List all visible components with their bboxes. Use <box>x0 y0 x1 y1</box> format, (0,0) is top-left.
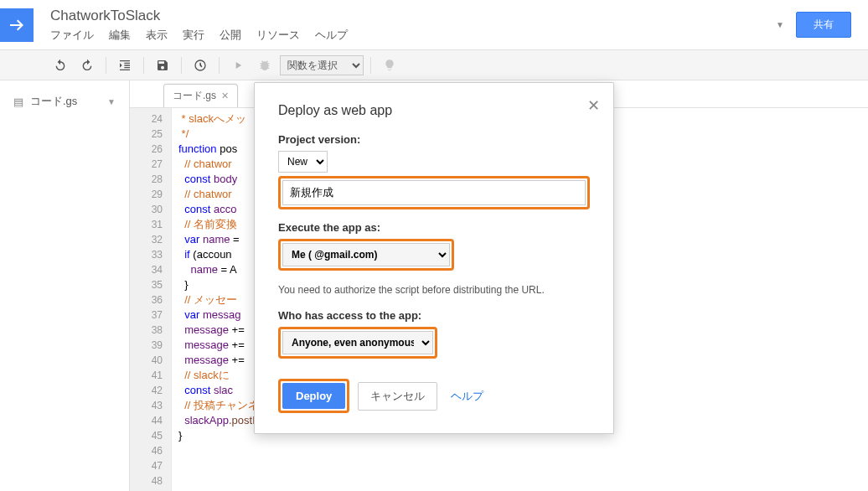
version-label: Project version: <box>278 133 590 146</box>
execute-as-field: Execute the app as: Me ( @gmail.com) You… <box>278 221 590 296</box>
version-select[interactable]: New <box>278 151 328 173</box>
highlight-execute-as: Me ( @gmail.com) <box>278 239 454 271</box>
execute-as-label: Execute the app as: <box>278 221 590 234</box>
access-select[interactable]: Anyone, even anonymous <box>282 331 433 354</box>
modal-close-button[interactable]: ✕ <box>587 96 600 115</box>
modal-backdrop: ✕ Deploy as web app Project version: New… <box>0 0 868 491</box>
modal-title: Deploy as web app <box>278 103 590 118</box>
deploy-modal: ✕ Deploy as web app Project version: New… <box>254 82 614 434</box>
execute-as-select[interactable]: Me ( @gmail.com) <box>282 243 450 266</box>
highlight-access: Anyone, even anonymous <box>278 327 437 359</box>
access-label: Who has access to the app: <box>278 309 590 322</box>
version-field: Project version: New <box>278 133 590 209</box>
auth-note: You need to authorize the script before … <box>278 284 590 296</box>
version-description-input[interactable] <box>282 180 586 205</box>
highlight-version-desc <box>278 176 590 209</box>
highlight-deploy: Deploy <box>278 379 349 413</box>
help-link[interactable]: ヘルプ <box>451 389 483 404</box>
access-field: Who has access to the app: Anyone, even … <box>278 309 590 367</box>
modal-buttons: Deploy キャンセル ヘルプ <box>278 379 590 413</box>
deploy-button[interactable]: Deploy <box>282 383 345 409</box>
cancel-button[interactable]: キャンセル <box>358 382 437 411</box>
